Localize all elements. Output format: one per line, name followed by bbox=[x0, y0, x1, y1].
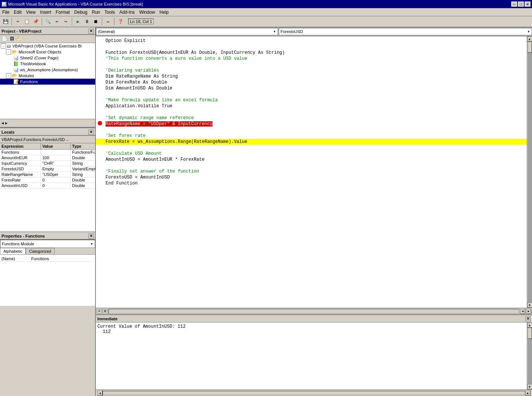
locals-context-dots[interactable]: … bbox=[66, 137, 69, 142]
code-proc-btn[interactable]: ≣ bbox=[103, 309, 108, 314]
imm-hscroll-left[interactable]: ◀ bbox=[97, 390, 103, 396]
locals-panel-title: Locals bbox=[1, 130, 14, 134]
find-button[interactable]: 🔍 bbox=[44, 17, 52, 26]
code-area[interactable]: Option ExplicitFunction ForextoUSD(Amoun… bbox=[96, 36, 527, 308]
properties-dropdown[interactable]: Functions Module ▼ bbox=[0, 240, 95, 248]
immediate-main: Current Value of AmountInUSD: 112 112 ▲ … bbox=[96, 323, 532, 389]
project-panel-close[interactable]: ✕ bbox=[88, 29, 94, 34]
reset-button[interactable]: ⏹ bbox=[92, 17, 100, 26]
code-text: 'Set forex rate bbox=[104, 133, 527, 139]
menu-help[interactable]: Help bbox=[157, 9, 171, 16]
code-comment: 'This function converts a euro value int… bbox=[106, 56, 247, 61]
immediate-hscroll[interactable]: ◀ ▶ bbox=[96, 390, 532, 396]
design-button[interactable]: ✏ bbox=[104, 17, 112, 26]
menu-tools[interactable]: Tools bbox=[102, 9, 117, 16]
restore-button[interactable]: □ bbox=[518, 1, 524, 7]
menu-addins[interactable]: Add-Ins bbox=[117, 9, 137, 16]
code-line bbox=[96, 62, 527, 68]
right-panel: (General) ▼ ForextoUSD ▼ Option Explicit… bbox=[96, 27, 532, 396]
code-dropdown-function[interactable]: ForextoUSD ▼ bbox=[279, 28, 532, 35]
modules-toggle[interactable]: - bbox=[6, 73, 11, 78]
code-line: Function ForextoUSD(AmountInEUR As Doubl… bbox=[96, 50, 527, 56]
vscroll-down[interactable]: ▼ bbox=[527, 302, 532, 308]
tab-alphabetic[interactable]: Alphabetic bbox=[0, 248, 26, 254]
toolbar-sep-1 bbox=[12, 18, 12, 25]
code-vscrollbar[interactable]: ▲ ▼ bbox=[527, 36, 532, 308]
help-button[interactable]: ❓ bbox=[116, 17, 124, 26]
imm-vscroll-down[interactable]: ▼ bbox=[527, 384, 532, 389]
workbook-icon: 📗 bbox=[13, 61, 19, 66]
menu-file[interactable]: File bbox=[0, 9, 12, 16]
scroll-left[interactable]: ◀ bbox=[1, 121, 4, 125]
locals-row[interactable]: ForexRate 0 Double bbox=[0, 177, 95, 183]
imm-hscroll-right[interactable]: ▶ bbox=[525, 390, 531, 396]
hscroll-right[interactable]: ▶ bbox=[526, 309, 531, 314]
locals-type: Functions/Funct bbox=[71, 150, 95, 155]
tree-excel-objects-folder[interactable]: - 📂 Microsoft Excel Objects bbox=[0, 49, 95, 55]
code-comment: 'Finally set answer of the function bbox=[106, 169, 199, 174]
hl-red: RateRangeName = "USDper" & InputCurrency bbox=[106, 121, 213, 127]
properties-panel-close[interactable]: ✕ bbox=[88, 233, 94, 239]
code-hscrollbar[interactable] bbox=[108, 309, 519, 314]
locals-row[interactable]: ForextoUSD Empty Variant/Empty bbox=[0, 166, 95, 172]
vscroll-thumb[interactable] bbox=[528, 42, 532, 53]
cut-button[interactable]: ✂ bbox=[14, 17, 22, 26]
locals-row[interactable]: Functions Functions/Funct bbox=[0, 150, 95, 155]
locals-panel-close[interactable]: ✕ bbox=[88, 130, 94, 135]
menu-window[interactable]: Window bbox=[137, 9, 158, 16]
code-line bbox=[96, 109, 527, 115]
excel-objects-toggle[interactable]: - bbox=[6, 49, 11, 55]
break-button[interactable]: ⏸ bbox=[83, 17, 91, 26]
root-toggle[interactable]: - bbox=[1, 43, 6, 49]
tree-root[interactable]: - 🗂 VBAProject (VBA Course Exercises Bl bbox=[0, 43, 95, 49]
imm-vscroll-thumb[interactable] bbox=[528, 328, 532, 339]
tree-ws-assumptions[interactable]: 📊 ws_Assumptions (Assumptions) bbox=[0, 67, 95, 73]
locals-row[interactable]: RateRangeName "USDper String bbox=[0, 172, 95, 177]
scroll-right[interactable]: ▶ bbox=[5, 121, 7, 125]
locals-row[interactable]: AmountInEUR 100 Double bbox=[0, 155, 95, 161]
imm-hscroll-track[interactable] bbox=[103, 391, 525, 395]
minimize-button[interactable]: ─ bbox=[511, 1, 517, 7]
view-code-button[interactable]: 📄 bbox=[1, 36, 8, 42]
menu-format[interactable]: Format bbox=[53, 9, 72, 16]
undo-button[interactable]: ↩ bbox=[53, 17, 61, 26]
tree-functions-module[interactable]: 📝 Functions bbox=[0, 79, 95, 85]
menu-debug[interactable]: Debug bbox=[72, 9, 90, 16]
locals-row[interactable]: InputCurrency "CHR" String bbox=[0, 161, 95, 166]
copy-button[interactable]: 📋 bbox=[23, 17, 31, 26]
paste-button[interactable]: 📌 bbox=[32, 17, 40, 26]
menu-insert[interactable]: Insert bbox=[38, 9, 53, 16]
properties-dropdown-arrow: ▼ bbox=[90, 242, 93, 246]
immediate-vscrollbar[interactable]: ▲ ▼ bbox=[527, 323, 532, 389]
locals-context-text: VBAProject.Functions.ForextoUSD bbox=[1, 137, 65, 142]
immediate-close[interactable]: ✕ bbox=[525, 316, 531, 321]
save-button[interactable]: 💾 bbox=[1, 17, 10, 26]
imm-vscroll-track[interactable] bbox=[528, 328, 532, 384]
tree-modules-folder[interactable]: - 📂 Modules bbox=[0, 73, 95, 79]
folder-button[interactable]: 📁 bbox=[16, 36, 23, 42]
code-line: 'Declaring variables bbox=[96, 68, 527, 73]
locals-row[interactable]: AmountInUSD 0 Double bbox=[0, 183, 95, 189]
locals-panel: Locals ✕ VBAProject.Functions.ForextoUSD… bbox=[0, 128, 95, 232]
run-button[interactable]: ▶ bbox=[74, 17, 82, 26]
code-full-module-btn[interactable]: ≡ bbox=[97, 309, 102, 314]
code-dropdown-right-arrow: ▼ bbox=[527, 30, 530, 33]
menu-edit[interactable]: Edit bbox=[12, 9, 24, 16]
hscroll-left[interactable]: ◀ bbox=[520, 309, 525, 314]
tree-thisworkbook[interactable]: 📗 ThisWorkbook bbox=[0, 61, 95, 67]
redo-button[interactable]: ↪ bbox=[62, 17, 70, 26]
tree-sheet2[interactable]: 📊 Sheet2 (Cover Page) bbox=[0, 55, 95, 61]
imm-vscroll-up[interactable]: ▲ bbox=[527, 323, 532, 328]
immediate-content[interactable]: Current Value of AmountInUSD: 112 112 bbox=[96, 323, 527, 389]
view-object-button[interactable]: 🖼 bbox=[9, 36, 15, 42]
menu-view[interactable]: View bbox=[24, 9, 38, 16]
tab-categorized[interactable]: Categorized bbox=[26, 248, 54, 254]
code-text: AmountInUSD = AmountInEUR * ForexRate bbox=[104, 157, 527, 163]
vscroll-track[interactable] bbox=[528, 42, 532, 302]
close-button[interactable]: ✕ bbox=[525, 1, 531, 7]
code-line bbox=[96, 163, 527, 168]
vscroll-up[interactable]: ▲ bbox=[527, 36, 532, 42]
menu-run[interactable]: Run bbox=[90, 9, 102, 16]
code-dropdown-general[interactable]: (General) ▼ bbox=[96, 28, 278, 35]
toolbar-sep-4 bbox=[102, 18, 102, 25]
